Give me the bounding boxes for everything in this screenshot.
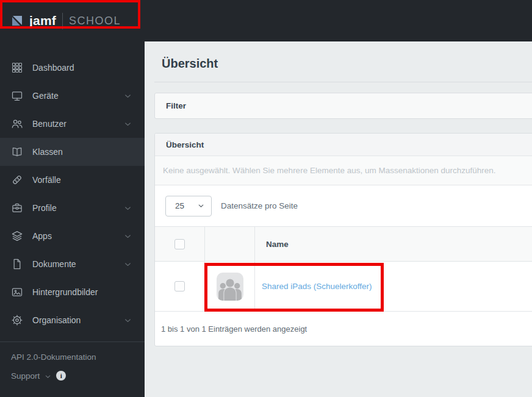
table-header-row: Name — [155, 227, 532, 262]
bandage-icon — [11, 174, 23, 186]
monitor-icon — [11, 90, 23, 102]
users-icon — [11, 118, 23, 130]
sidebar-item-label: Dashboard — [32, 63, 74, 73]
sidebar-item-organisation[interactable]: Organisation — [0, 306, 145, 334]
row-avatar-cell — [205, 262, 255, 311]
panel-title: Übersicht — [155, 134, 532, 156]
content-area: Übersicht Filter Übersicht Keine ausgewä… — [145, 41, 532, 397]
sidebar-item-geraete[interactable]: Geräte — [0, 82, 145, 110]
app-window: jamf SCHOOL Dashboard Geräte — [0, 0, 532, 397]
page-size-label: Datensätze pro Seite — [221, 201, 298, 210]
layers-icon — [11, 230, 23, 242]
page-title: Übersicht — [154, 57, 532, 71]
sidebar-item-label: Dokumente — [32, 259, 76, 269]
page-size-select[interactable]: 25 — [165, 196, 212, 216]
support-menu[interactable]: Support i — [11, 371, 134, 381]
sidebar-item-apps[interactable]: Apps — [0, 222, 145, 250]
jamf-logo-icon — [10, 14, 24, 27]
title-divider — [154, 82, 532, 82]
chevron-down-icon — [123, 204, 132, 213]
sidebar-item-hintergrundbilder[interactable]: Hintergrundbilder — [0, 278, 145, 306]
group-silhouette-icon — [217, 273, 243, 301]
info-icon[interactable]: i — [56, 371, 66, 381]
document-icon — [11, 258, 23, 270]
select-all-cell — [155, 227, 205, 261]
page-size-row: 25 Datensätze pro Seite — [155, 185, 532, 227]
sidebar-item-label: Hintergrundbilder — [32, 287, 98, 297]
grid-icon — [11, 62, 23, 74]
row-checkbox[interactable] — [174, 281, 185, 291]
chevron-down-icon — [197, 202, 205, 210]
sidebar-item-label: Benutzer — [32, 119, 66, 129]
wallpaper-icon — [11, 286, 23, 298]
chevron-down-icon — [123, 120, 132, 129]
bulk-action-message: Keine ausgewählt. Wählen Sie mehrere Ele… — [155, 156, 532, 185]
sidebar-item-label: Profile — [32, 203, 57, 213]
chevron-down-icon — [123, 232, 132, 241]
toolbox-icon — [11, 202, 23, 214]
select-all-checkbox[interactable] — [174, 239, 185, 249]
support-label: Support — [11, 371, 40, 381]
chevron-down-icon — [44, 373, 52, 381]
sidebar-item-vorfaelle[interactable]: Vorfälle — [0, 166, 145, 194]
chevron-down-icon — [123, 316, 132, 325]
sidebar-item-label: Apps — [32, 231, 52, 241]
filter-label: Filter — [166, 101, 186, 110]
sidebar: jamf SCHOOL Dashboard Geräte — [0, 0, 145, 397]
chevron-down-icon — [123, 260, 132, 269]
name-column-header[interactable]: Name — [255, 227, 532, 261]
sidebar-item-benutzer[interactable]: Benutzer — [0, 110, 145, 138]
brand-product: SCHOOL — [69, 15, 121, 27]
api-doc-link[interactable]: API 2.0-Dokumentation — [11, 352, 134, 362]
overview-panel: Übersicht Keine ausgewählt. Wählen Sie m… — [154, 133, 532, 346]
book-icon — [11, 146, 23, 158]
sidebar-nav: Dashboard Geräte Benutzer — [0, 41, 145, 334]
class-link[interactable]: Shared iPads (Schuelerkoffer) — [262, 282, 372, 291]
sidebar-item-klassen[interactable]: Klassen — [0, 138, 145, 166]
brand-name: jamf — [29, 13, 56, 28]
sidebar-footer: API 2.0-Dokumentation Support i — [0, 342, 145, 381]
image-header-cell — [205, 227, 255, 261]
main-area: Übersicht Filter Übersicht Keine ausgewä… — [145, 0, 532, 397]
sidebar-item-label: Organisation — [32, 315, 81, 325]
class-group-avatar — [217, 273, 243, 301]
table-row[interactable]: Shared iPads (Schuelerkoffer) — [155, 262, 532, 312]
sidebar-item-dashboard[interactable]: Dashboard — [0, 54, 145, 82]
filter-panel-header[interactable]: Filter — [154, 93, 532, 119]
gear-icon — [11, 314, 23, 326]
sidebar-item-label: Klassen — [32, 147, 63, 157]
page-size-value: 25 — [175, 201, 184, 210]
sidebar-item-label: Vorfälle — [32, 175, 61, 185]
brand-logo: jamf SCHOOL — [0, 0, 145, 41]
chevron-down-icon — [123, 91, 132, 101]
table-entries-info: 1 bis 1 von 1 Einträgen werden angezeigt — [155, 312, 532, 346]
row-name-cell: Shared iPads (Schuelerkoffer) — [255, 262, 532, 311]
brand-divider — [62, 13, 63, 29]
sidebar-item-label: Geräte — [32, 91, 59, 101]
sidebar-item-profile[interactable]: Profile — [0, 194, 145, 222]
top-bar — [145, 0, 532, 41]
sidebar-item-dokumente[interactable]: Dokumente — [0, 250, 145, 278]
row-checkbox-cell — [155, 262, 205, 311]
